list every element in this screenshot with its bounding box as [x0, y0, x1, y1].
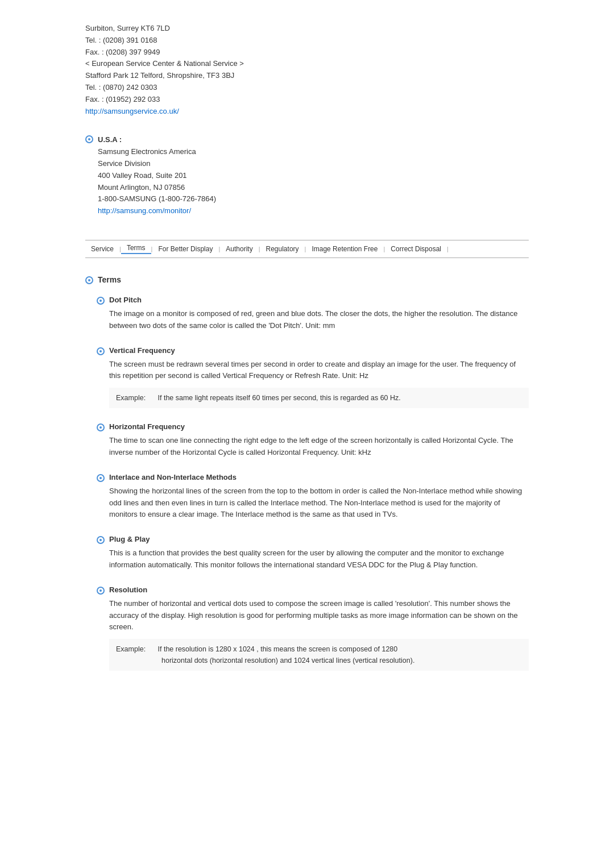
usa-section: U.S.A : Samsung Electronics America Serv… — [85, 134, 529, 217]
usa-line-5: 1-800-SAMSUNG (1-800-726-7864) — [98, 194, 216, 203]
resolution-body: The number of horizontal and vertical do… — [97, 598, 529, 671]
usa-line-4: Mount Arlington, NJ 07856 — [98, 183, 185, 192]
terms-title: Terms — [98, 275, 121, 284]
usa-content: U.S.A : Samsung Electronics America Serv… — [98, 134, 216, 217]
samsung-service-link[interactable]: http://samsungservice.co.uk/ — [85, 107, 179, 115]
vertical-freq-example: Example: If the same light repeats itsel… — [109, 388, 529, 408]
interlace-body: Showing the horizontal lines of the scre… — [97, 485, 529, 521]
interlace-title: Interlace and Non-Interlace Methods — [109, 473, 237, 481]
plug-play-title: Plug & Play — [109, 535, 150, 543]
dot-pitch-bullet-icon — [97, 297, 105, 305]
nav-item-image-retention[interactable]: Image Retention Free — [306, 245, 383, 253]
term-item-dot-pitch: Dot Pitch The image on a monitor is comp… — [85, 296, 529, 332]
vertical-freq-title: Vertical Frequency — [109, 346, 175, 355]
interlace-bullet-icon — [97, 474, 105, 482]
nav-item-correct-disposal[interactable]: Correct Disposal — [385, 245, 447, 253]
term-item-plug-play: Plug & Play This is a function that prov… — [85, 535, 529, 571]
usa-heading: U.S.A : — [98, 135, 122, 144]
dot-pitch-title: Dot Pitch — [109, 296, 142, 304]
horizontal-freq-bullet-icon — [97, 423, 105, 431]
term-item-vertical-frequency: Vertical Frequency The screen must be re… — [85, 346, 529, 409]
term-item-resolution: Resolution The number of horizontal and … — [85, 585, 529, 671]
usa-bullet-icon — [85, 135, 93, 143]
resolution-title: Resolution — [109, 585, 147, 594]
vertical-freq-body: The screen must be redrawn several times… — [97, 359, 529, 409]
address-line-4: < European Service Center & National Ser… — [85, 58, 529, 70]
plug-play-body: This is a function that provides the bes… — [97, 547, 529, 571]
address-line-6: Tel. : (0870) 242 0303 — [85, 82, 529, 94]
horizontal-freq-body: The time to scan one line connecting the… — [97, 435, 529, 459]
nav-bar: Service | Terms | For Better Display | A… — [85, 240, 529, 258]
terms-bullet-icon — [85, 276, 93, 284]
terms-header: Terms — [85, 275, 529, 284]
term-item-horizontal-frequency: Horizontal Frequency The time to scan on… — [85, 422, 529, 459]
address-block: Surbiton, Surrey KT6 7LD Tel. : (0208) 3… — [85, 23, 529, 117]
address-line-5: Stafford Park 12 Telford, Shropshire, TF… — [85, 70, 529, 82]
nav-item-service[interactable]: Service — [85, 245, 119, 253]
term-item-interlace: Interlace and Non-Interlace Methods Show… — [85, 473, 529, 521]
plug-play-bullet-icon — [97, 536, 105, 544]
resolution-bullet-icon — [97, 587, 105, 595]
usa-line-3: 400 Valley Road, Suite 201 — [98, 171, 187, 180]
address-line-3: Fax. : (0208) 397 9949 — [85, 47, 529, 59]
address-line-1: Surbiton, Surrey KT6 7LD — [85, 23, 529, 35]
resolution-example-text-2: horizontal dots (horizontal resolution) … — [116, 655, 522, 666]
dot-pitch-body: The image on a monitor is composed of re… — [97, 308, 529, 332]
vertical-freq-example-label: Example: — [116, 392, 156, 404]
resolution-example: Example: If the resolution is 1280 x 102… — [109, 639, 529, 671]
nav-item-better-display[interactable]: For Better Display — [152, 245, 218, 253]
nav-item-terms[interactable]: Terms — [121, 244, 151, 254]
address-line-7: Fax. : (01952) 292 033 — [85, 94, 529, 106]
horizontal-freq-title: Horizontal Frequency — [109, 422, 185, 431]
vertical-freq-example-text: If the same light repeats itself 60 time… — [157, 394, 400, 402]
samsung-monitor-link[interactable]: http://samsung.com/monitor/ — [98, 206, 191, 215]
vertical-freq-bullet-icon — [97, 347, 105, 355]
resolution-example-label: Example: — [116, 643, 156, 655]
usa-line-2: Service Division — [98, 159, 150, 168]
address-line-2: Tel. : (0208) 391 0168 — [85, 35, 529, 47]
nav-item-authority[interactable]: Authority — [220, 245, 258, 253]
usa-line-1: Samsung Electronics America — [98, 147, 196, 156]
nav-sep-7: | — [447, 246, 449, 252]
resolution-example-text: If the resolution is 1280 x 1024 , this … — [157, 645, 397, 653]
nav-item-regulatory[interactable]: Regulatory — [260, 245, 305, 253]
